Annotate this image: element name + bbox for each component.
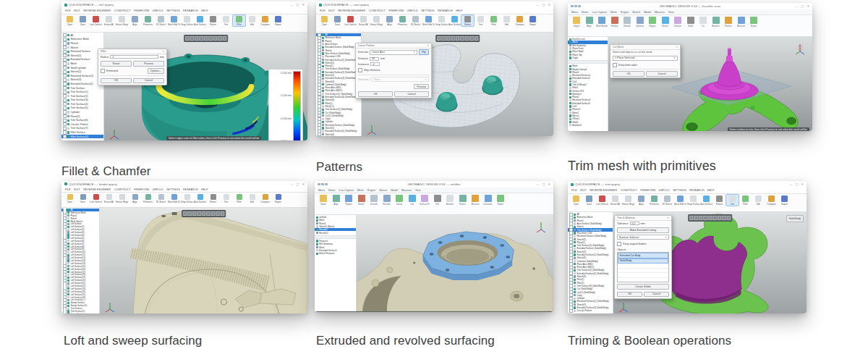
- checkbox-icon[interactable]: [63, 135, 67, 138]
- toolbar-button[interactable]: Compare: [765, 195, 778, 206]
- toolbar-button[interactable]: Auto Surface: [194, 193, 206, 203]
- make-extruded-cutting-button[interactable]: Make Extruded Cutting: [617, 227, 669, 233]
- view-preset-button[interactable]: [213, 36, 218, 41]
- toolbar-button[interactable]: 3D Sketch: [155, 15, 167, 26]
- ok-button[interactable]: OK: [617, 292, 642, 298]
- toolbar-button[interactable]: Pattern: [207, 15, 219, 26]
- checkbox-icon[interactable]: [63, 313, 67, 313]
- fillet-dialog[interactable]: Fillet✕ Radius1mm ResetPreview Estimated…: [98, 49, 167, 85]
- view-preset-button[interactable]: [216, 211, 220, 216]
- toolbar-button[interactable]: Auto Surface: [448, 15, 461, 26]
- checkbox-icon[interactable]: [63, 82, 67, 85]
- view-preset-button[interactable]: [197, 211, 201, 216]
- view-preset-button[interactable]: [689, 216, 694, 220]
- toolbar-button[interactable]: Primitives: [142, 193, 154, 203]
- ribbon-button[interactable]: Export: [748, 17, 760, 28]
- menu-item[interactable]: Reverse Engineer: [590, 189, 617, 192]
- view-preset-button[interactable]: [703, 216, 707, 220]
- menu-item[interactable]: File: [65, 188, 71, 191]
- checkbox-icon[interactable]: [63, 33, 67, 37]
- checkbox-icon[interactable]: [63, 46, 67, 49]
- ribbon-button[interactable]: Sketch: [660, 17, 671, 28]
- ok-button[interactable]: OK: [101, 78, 132, 84]
- toolbar-button[interactable]: Open: [64, 193, 76, 203]
- tool-combobox[interactable]: 1 Plane Selected▼: [613, 56, 678, 61]
- minimize-button[interactable]: —: [290, 3, 293, 7]
- menu-item[interactable]: Freeform: [134, 188, 149, 191]
- view-preset-button[interactable]: [718, 216, 722, 220]
- view-preset-button[interactable]: [727, 216, 731, 220]
- quick-access-toolbar[interactable]: [571, 5, 581, 8]
- minimize-button[interactable]: —: [789, 182, 792, 186]
- ribbon-button[interactable]: Revolve: [381, 195, 393, 206]
- skip-checkbox[interactable]: [358, 68, 362, 72]
- toolbar-button[interactable]: Save: [77, 193, 89, 203]
- view-preset-button[interactable]: [722, 216, 726, 220]
- toolbar-button[interactable]: Open: [318, 15, 331, 26]
- toolbar-button[interactable]: Trim: [475, 15, 487, 26]
- toolbar-button[interactable]: Compare: [259, 15, 271, 26]
- options-button[interactable]: Options...: [148, 68, 164, 74]
- ribbon-button[interactable]: Trim: [432, 195, 443, 206]
- save-icon[interactable]: [318, 183, 320, 186]
- menu-item[interactable]: Construct: [114, 188, 131, 191]
- ok-button[interactable]: OK: [358, 91, 393, 97]
- bodies-list[interactable]: Extruded Cut BodySolid Body: [617, 252, 669, 282]
- ribbon-button[interactable]: Region: [343, 195, 354, 206]
- menu-item[interactable]: Freeform: [640, 189, 655, 192]
- view-preset-button[interactable]: [699, 216, 703, 220]
- toolbar-button[interactable]: Save: [583, 195, 595, 206]
- toolbar-button[interactable]: 3D Sketch: [661, 195, 673, 206]
- ribbon-button[interactable]: Import: [318, 195, 329, 206]
- ribbon-tab[interactable]: Menu: [318, 189, 325, 192]
- preview-button[interactable]: Preview: [414, 84, 429, 90]
- ribbon-tab[interactable]: Mesh: [357, 189, 364, 192]
- view-preset-button[interactable]: [460, 36, 464, 41]
- menu-item[interactable]: Edit: [74, 188, 80, 191]
- menu-item[interactable]: Settings: [421, 9, 434, 12]
- create-solids-button[interactable]: Create Solids: [617, 284, 669, 290]
- toolbar-button[interactable]: Extract Region: [116, 193, 128, 203]
- view-preset-button[interactable]: [708, 216, 712, 220]
- ribbon-button[interactable]: Boolean: [710, 17, 722, 28]
- view-preset-button[interactable]: [218, 36, 222, 41]
- radius-input[interactable]: 1: [110, 55, 158, 59]
- ok-button[interactable]: OK: [613, 71, 644, 77]
- ribbon-tab[interactable]: Home: [328, 189, 336, 192]
- toolbar-button[interactable]: Pattern: [713, 195, 726, 206]
- checkbox-icon[interactable]: [63, 41, 67, 45]
- menu-item[interactable]: File: [65, 9, 71, 12]
- menu-item[interactable]: Construct: [369, 9, 386, 12]
- view-preset-strip[interactable]: [184, 35, 229, 42]
- toolbar-button[interactable]: Export: [272, 15, 284, 26]
- tree-item[interactable]: Revolve1: [315, 231, 356, 234]
- minimize-button[interactable]: —: [536, 182, 539, 186]
- save-icon[interactable]: [571, 5, 574, 8]
- dialog-close-icon[interactable]: ✕: [676, 46, 678, 49]
- tree-item[interactable]: Extruded Surface(1) (Solid Body): [568, 253, 613, 256]
- cancel-button[interactable]: Cancel: [646, 71, 678, 77]
- cancel-button[interactable]: Cancel: [133, 78, 164, 84]
- menu-item[interactable]: Help: [201, 9, 208, 12]
- viewport-3d[interactable]: [357, 215, 553, 311]
- ribbon-button[interactable]: Solid: [685, 17, 697, 28]
- toolbar-button[interactable]: Extract Region: [370, 15, 383, 26]
- ribbon-button[interactable]: Optimize: [634, 17, 646, 28]
- menu-item[interactable]: Unfold: [152, 9, 163, 12]
- close-button[interactable]: ✕: [302, 3, 305, 7]
- view-preset-button[interactable]: [446, 36, 451, 41]
- cancel-button[interactable]: Cancel: [644, 292, 669, 298]
- tree-item[interactable]: Revolved Surface (Solid Body): [568, 235, 613, 237]
- cancel-button[interactable]: Cancel: [394, 91, 429, 97]
- list-item[interactable]: Extruded Cut Body: [618, 253, 668, 258]
- menu-item[interactable]: Settings: [166, 188, 179, 191]
- menu-item[interactable]: Unfold: [658, 189, 669, 192]
- ribbon-tab[interactable]: Measure: [655, 11, 665, 14]
- viewport-3d[interactable]: [100, 208, 307, 313]
- tree-item[interactable]: Circular Pattern: [568, 309, 613, 312]
- checkbox-icon[interactable]: [63, 70, 67, 74]
- tree-item[interactable]: Extruded Surface(4) (Solid Body): [316, 96, 361, 98]
- toolbar-button[interactable]: Compare: [514, 15, 526, 26]
- tree-item[interactable]: Revolved Surface(1) (Solid Body): [568, 300, 613, 303]
- checkbox-icon[interactable]: [63, 50, 67, 54]
